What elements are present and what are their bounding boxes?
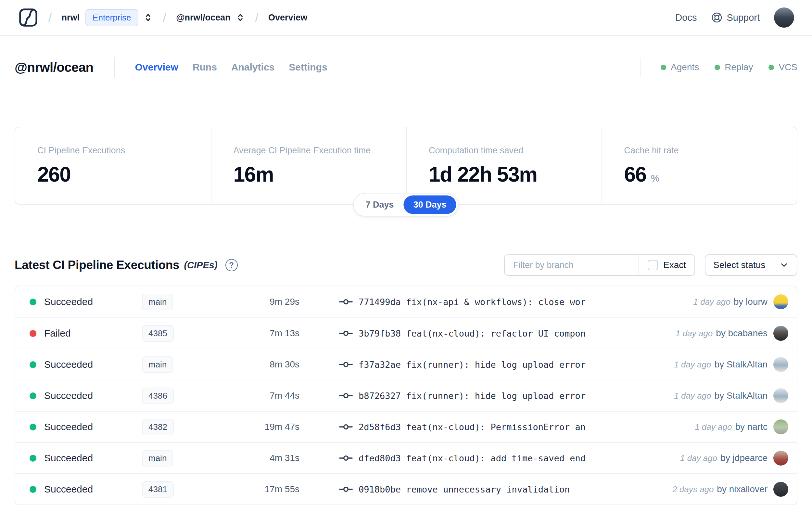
section-title-suffix: (CIPEs): [184, 260, 217, 271]
time-ago: 1 day ago: [674, 391, 711, 401]
range-option-button[interactable]: 7 Days: [356, 196, 403, 214]
tab-runs[interactable]: Runs: [193, 62, 217, 73]
tab-settings[interactable]: Settings: [289, 62, 327, 73]
avatar: [773, 451, 788, 466]
git-commit-icon: [339, 327, 353, 340]
stat-card: Cache hit rate 66 %: [601, 127, 797, 204]
status-dot: [30, 330, 36, 337]
status-label: Succeeded: [44, 484, 93, 495]
breadcrumb-separator: /: [163, 11, 167, 25]
table-row[interactable]: Succeeded main 4m 31s dfed80d3 feat(nx-c…: [15, 442, 797, 473]
range-option-button[interactable]: 30 Days: [403, 196, 456, 214]
service-status-vcs[interactable]: VCS: [768, 62, 797, 73]
table-row[interactable]: Succeeded main 8m 30s f37a32ae fix(runne…: [15, 349, 797, 380]
stat-suffix: %: [651, 173, 660, 184]
breadcrumb-org[interactable]: nrwl: [62, 13, 80, 23]
git-commit-icon: [339, 451, 353, 465]
duration: 7m 44s: [204, 390, 300, 401]
divider: [640, 58, 641, 77]
time-ago: 1 day ago: [674, 360, 711, 370]
avatar: [773, 419, 788, 434]
branch-badge: 4385: [142, 325, 174, 342]
time-ago: 1 day ago: [693, 297, 731, 307]
workspace-header: @nrwl/ocean OverviewRunsAnalyticsSetting…: [0, 56, 812, 79]
stat-card: CI Pipeline Executions 260: [15, 127, 211, 204]
service-status-replay[interactable]: Replay: [715, 62, 753, 73]
table-row[interactable]: Succeeded 4381 17m 55s 0918b0be remove u…: [15, 473, 797, 505]
status-dot: [30, 455, 36, 462]
breadcrumb-workspace[interactable]: @nrwl/ocean: [176, 13, 230, 23]
duration: 7m 13s: [204, 328, 300, 339]
section-title: Latest CI Pipeline Executions: [15, 258, 179, 272]
table-row[interactable]: Failed 4385 7m 13s 3b79fb38 feat(nx-clou…: [15, 317, 797, 349]
commit-message: 3b79fb38 feat(nx-cloud): refactor UI com…: [358, 328, 586, 339]
breadcrumb-separator: /: [48, 11, 52, 25]
org-switcher-chevrons-icon[interactable]: [143, 12, 153, 23]
help-icon[interactable]: ?: [226, 259, 238, 271]
workspace-tabs: OverviewRunsAnalyticsSettings: [135, 62, 327, 73]
top-navbar: / nrwl Enterprise / @nrwl/ocean / Overvi…: [0, 0, 812, 36]
duration: 9m 29s: [204, 297, 300, 307]
branch-badge: main: [142, 450, 173, 466]
author: by StalkAltan: [715, 359, 767, 370]
service-status-agents[interactable]: Agents: [661, 62, 699, 73]
branch-filter-input[interactable]: [505, 255, 639, 275]
status-dot: [768, 65, 774, 70]
table-row[interactable]: Succeeded 4382 19m 47s 2d58f6d3 feat(nx-…: [15, 411, 797, 442]
avatar: [773, 357, 788, 372]
status-label: Succeeded: [44, 359, 93, 370]
tab-analytics[interactable]: Analytics: [231, 62, 274, 73]
git-commit-icon: [339, 358, 353, 371]
status-label: Succeeded: [44, 296, 93, 308]
chevron-down-icon: [779, 260, 789, 270]
author: by StalkAltan: [715, 390, 767, 401]
status-label: Succeeded: [44, 452, 93, 464]
table-row[interactable]: Succeeded 4386 7m 44s b8726327 fix(runne…: [15, 380, 797, 411]
nx-cloud-logo-icon[interactable]: [18, 7, 39, 28]
avatar: [773, 326, 788, 341]
workspace-switcher-chevrons-icon[interactable]: [235, 12, 246, 23]
commit-message: 771499da fix(nx-api & workflows): close …: [358, 297, 586, 307]
status-select-button[interactable]: Select status: [705, 254, 797, 276]
branch-badge: 4381: [142, 481, 174, 498]
tab-overview[interactable]: Overview: [135, 62, 178, 73]
status-dot: [30, 486, 36, 493]
commit-message: 2d58f6d3 feat(nx-cloud): PermissionError…: [358, 422, 586, 432]
stat-label: Average CI Pipeline Execution time: [233, 146, 393, 155]
author: by jdpearce: [720, 453, 767, 463]
cipe-table: Succeeded main 9m 29s 771499da fix(nx-ap…: [15, 286, 797, 505]
branch-badge: main: [142, 356, 173, 373]
divider: [114, 57, 114, 78]
status-dot: [715, 65, 720, 70]
commit-message: f37a32ae fix(runner): hide log upload er…: [358, 360, 586, 370]
status-dot: [30, 361, 36, 368]
time-ago: 2 days ago: [672, 484, 714, 494]
page-title: @nrwl/ocean: [15, 60, 93, 75]
commit-message: b8726327 fix(runner): hide log upload er…: [358, 391, 586, 401]
time-ago: 1 day ago: [680, 453, 717, 463]
stat-label: CI Pipeline Executions: [37, 146, 198, 155]
breadcrumb-separator: /: [255, 11, 259, 25]
breadcrumb: / nrwl Enterprise / @nrwl/ocean / Overvi…: [18, 7, 307, 28]
status-label: Succeeded: [44, 390, 93, 401]
enterprise-badge[interactable]: Enterprise: [86, 9, 138, 26]
support-link[interactable]: Support: [711, 12, 760, 24]
git-commit-icon: [339, 295, 353, 309]
stat-value: 16m: [233, 162, 274, 186]
status-dot: [30, 392, 36, 399]
author: by lourw: [734, 297, 767, 307]
time-ago: 1 day ago: [676, 328, 713, 339]
table-row[interactable]: Succeeded main 9m 29s 771499da fix(nx-ap…: [15, 286, 797, 317]
author: by nixallover: [717, 484, 767, 494]
stat-value: 260: [37, 162, 71, 186]
stat-value: 1d 22h 53m: [429, 162, 537, 186]
exact-checkbox[interactable]: [648, 260, 658, 270]
docs-link[interactable]: Docs: [675, 12, 697, 23]
commit-message: 0918b0be remove unnecessary invalidation: [358, 484, 570, 494]
breadcrumb-page[interactable]: Overview: [268, 13, 307, 23]
duration: 19m 47s: [204, 422, 300, 432]
user-avatar[interactable]: [774, 7, 794, 28]
date-range-toggle: 7 Days30 Days: [353, 193, 459, 217]
author: by bcabanes: [716, 328, 767, 339]
avatar: [773, 388, 788, 403]
